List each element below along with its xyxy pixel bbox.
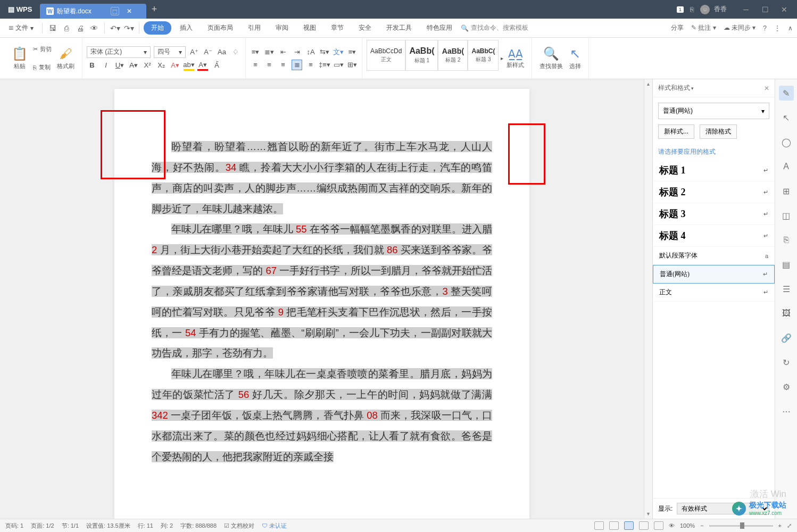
ribbon-tab-reference[interactable]: 引用 xyxy=(242,20,267,36)
current-style-display[interactable]: 普通(网站) ▾ xyxy=(658,103,769,119)
image-rail-icon[interactable]: 🖼 xyxy=(779,306,794,321)
scroll-up-icon[interactable]: ▲ xyxy=(646,81,651,87)
ribbon-tab-devtools[interactable]: 开发工具 xyxy=(380,20,418,36)
status-col[interactable]: 列: 2 xyxy=(161,522,173,530)
font-color-icon[interactable]: A▾ xyxy=(197,60,208,71)
layout-rail-icon[interactable]: ▤ xyxy=(779,257,794,272)
status-auth[interactable]: 🛡 未认证 xyxy=(262,522,287,530)
select-rail-icon[interactable]: ↖ xyxy=(779,110,794,125)
ribbon-tab-special[interactable]: 特色应用 xyxy=(420,20,459,36)
shading-icon[interactable]: ▭▾ xyxy=(333,60,344,70)
close-panel-icon[interactable]: ✕ xyxy=(764,85,769,92)
italic-icon[interactable]: I xyxy=(101,60,111,71)
superscript-icon[interactable]: X² xyxy=(142,60,153,71)
collapse-ribbon-icon[interactable]: ∧ xyxy=(788,24,793,32)
document-tab[interactable]: W 盼望着.docx ⬚ ✕ xyxy=(40,4,146,19)
increase-indent-icon[interactable]: ⇥ xyxy=(292,47,302,57)
minimize-button[interactable]: ─ xyxy=(740,3,752,16)
align-left-icon[interactable]: ≡ xyxy=(250,60,261,70)
fit-page-icon[interactable]: ⤢ xyxy=(787,522,792,529)
line-spacing-icon[interactable]: ‡≡▾ xyxy=(319,60,330,70)
tab-icon[interactable]: ⇆▾ xyxy=(319,47,330,57)
style-heading3[interactable]: AaBbC(标题 3 xyxy=(468,40,499,71)
format-painter-button[interactable]: 🖌 格式刷 xyxy=(54,40,78,77)
status-page[interactable]: 页面: 1/2 xyxy=(31,522,54,530)
web-view-icon[interactable] xyxy=(654,521,663,530)
help-icon[interactable]: ? xyxy=(763,24,767,32)
select-button[interactable]: ↖ 选择 xyxy=(566,40,584,77)
underline-icon[interactable]: U▾ xyxy=(114,60,125,71)
gift-icon[interactable]: ⎘ xyxy=(690,6,694,13)
styles-rail-icon[interactable]: ✎ xyxy=(779,86,794,101)
paste-button[interactable]: 📋 粘贴 xyxy=(9,40,31,77)
text-direction-icon[interactable]: 文▾ xyxy=(333,47,344,57)
status-setting[interactable]: 设置值: 13.5厘米 xyxy=(86,522,130,530)
status-line[interactable]: 行: 11 xyxy=(138,522,153,530)
shrink-font-icon[interactable]: A⁻ xyxy=(203,47,213,57)
more-icon[interactable]: ⋮ xyxy=(774,24,781,32)
style-item-heading2[interactable]: 标题 2↵ xyxy=(653,181,775,203)
style-heading2[interactable]: AaBb(标题 2 xyxy=(438,40,468,71)
undo-icon[interactable]: ↶▾ xyxy=(109,22,121,34)
status-words[interactable]: 字数: 888/888 xyxy=(180,522,217,530)
decrease-indent-icon[interactable]: ⇤ xyxy=(278,47,288,57)
style-item-heading1[interactable]: 标题 1↵ xyxy=(653,160,775,181)
style-item-heading3[interactable]: 标题 3↵ xyxy=(653,203,775,225)
print-icon[interactable]: 🖨 xyxy=(74,22,86,34)
subscript-icon[interactable]: X₂ xyxy=(156,60,167,71)
bold-icon[interactable]: B xyxy=(87,60,97,71)
style-item-default-font[interactable]: 默认段落字体a xyxy=(653,247,775,265)
align-center-icon[interactable]: ≡ xyxy=(264,60,275,70)
align-toggle-icon[interactable]: ≡▾ xyxy=(347,47,358,57)
bullets-icon[interactable]: ≡▾ xyxy=(250,47,261,57)
phonetic-icon[interactable]: A̋ xyxy=(211,60,222,71)
ribbon-tab-insert[interactable]: 插入 xyxy=(173,20,199,36)
more-rail-icon[interactable]: ⋯ xyxy=(779,404,794,419)
ribbon-tab-start[interactable]: 开始 xyxy=(144,21,171,35)
close-window-button[interactable]: ✕ xyxy=(778,3,791,16)
align-right-icon[interactable]: ≡ xyxy=(278,60,288,70)
ribbon-tab-chapter[interactable]: 章节 xyxy=(325,20,350,36)
notification-badge[interactable]: 1 xyxy=(677,6,684,13)
file-menu[interactable]: ≡ 文件 ▾ xyxy=(4,21,38,35)
cut-button[interactable]: ✂剪切 xyxy=(31,44,54,54)
zoom-out-icon[interactable]: − xyxy=(700,522,703,529)
tab-save-icon[interactable]: ⬚ xyxy=(111,7,119,15)
new-style-button[interactable]: 新样式... xyxy=(658,124,694,139)
save-icon[interactable]: 🖫 xyxy=(47,22,59,34)
properties-rail-icon[interactable]: ☰ xyxy=(779,281,794,296)
ribbon-tab-view[interactable]: 视图 xyxy=(297,20,322,36)
style-heading1[interactable]: AaBb(标题 1 xyxy=(405,40,438,71)
change-case-icon[interactable]: Aa xyxy=(217,47,227,57)
copy-button[interactable]: ⎘复制 xyxy=(31,62,54,72)
ribbon-tab-review[interactable]: 审阅 xyxy=(269,20,295,36)
add-tab-button[interactable]: + xyxy=(146,4,162,15)
grow-font-icon[interactable]: A⁺ xyxy=(189,47,200,57)
zoom-slider[interactable] xyxy=(709,525,773,527)
redo-icon[interactable]: ↷▾ xyxy=(123,22,135,34)
status-section[interactable]: 节: 1/1 xyxy=(62,522,79,530)
clipboard-rail-icon[interactable]: ⎘ xyxy=(779,232,794,247)
distribute-icon[interactable]: ≡ xyxy=(305,60,316,70)
status-pageno[interactable]: 页码: 1 xyxy=(5,522,23,530)
document-page[interactable]: 盼望着，盼望着……翘首以盼的新年近了。街市上车水马龙，人山人海，好不热闹。34 … xyxy=(114,89,529,519)
link-rail-icon[interactable]: 🔗 xyxy=(779,330,794,345)
clear-format-button[interactable]: 清除格式 xyxy=(700,124,737,139)
font-name-select[interactable]: 宋体 (正文)▾ xyxy=(87,46,151,58)
table-rail-icon[interactable]: ⊞ xyxy=(779,184,794,198)
eye-mode-icon[interactable]: 👁 xyxy=(669,522,675,529)
fullscreen-view-icon[interactable] xyxy=(594,521,604,530)
new-style-button[interactable]: A̲A̲ 新样式 xyxy=(503,40,527,77)
text-effects-icon[interactable]: A▾ xyxy=(170,60,180,71)
user-area[interactable]: ☺ 香香 xyxy=(700,5,727,14)
share-button[interactable]: 分享 xyxy=(671,23,684,32)
justify-icon[interactable]: ≣ xyxy=(292,60,302,70)
text-rail-icon[interactable]: A xyxy=(779,159,794,174)
style-normal[interactable]: AaBbCcDd正文 xyxy=(367,40,405,71)
sync-button[interactable]: ☁ 未同步 ▾ xyxy=(724,23,756,32)
document-canvas[interactable]: 盼望着，盼望着……翘首以盼的新年近了。街市上车水马龙，人山人海，好不热闹。34 … xyxy=(0,79,644,519)
style-item-normal-web[interactable]: 普通(网站)↵ xyxy=(653,265,775,284)
chart-rail-icon[interactable]: ◫ xyxy=(779,208,794,223)
borders-icon[interactable]: ⊞▾ xyxy=(347,60,358,70)
zoom-value[interactable]: 100% xyxy=(680,522,695,529)
